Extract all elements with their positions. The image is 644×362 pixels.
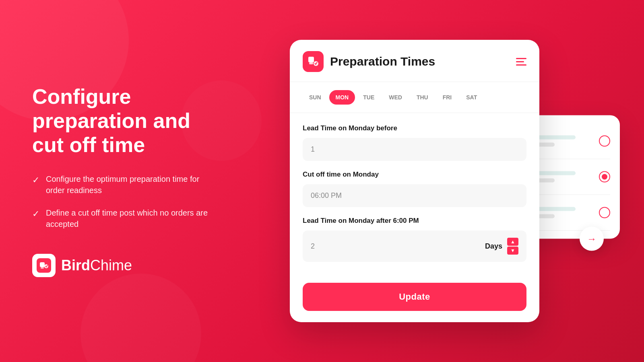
right-panel: Preparation Times SUN MON TUE WED THU FR… xyxy=(233,24,644,338)
card-title: Preparation Times xyxy=(330,55,435,68)
radio-2[interactable] xyxy=(599,171,610,183)
unit-container: Days ▲ ▼ xyxy=(485,238,518,255)
tab-wed[interactable]: WED xyxy=(382,90,409,105)
hamburger-line-3 xyxy=(516,64,526,66)
unit-label: Days xyxy=(485,242,502,251)
lead-time-before-value: 1 xyxy=(311,145,315,154)
tab-mon[interactable]: MON xyxy=(329,90,355,105)
tab-sat[interactable]: SAT xyxy=(460,90,483,105)
radio-1[interactable] xyxy=(599,136,610,147)
hamburger-line-1 xyxy=(516,58,526,59)
brand-name: BirdChime xyxy=(61,257,132,274)
update-button[interactable]: Update xyxy=(303,283,526,311)
brand-name-light: Chime xyxy=(90,257,132,274)
stepper[interactable]: ▲ ▼ xyxy=(507,238,518,255)
main-card: Preparation Times SUN MON TUE WED THU FR… xyxy=(290,40,539,322)
lead-time-after-input[interactable]: 2 Days ▲ ▼ xyxy=(303,230,526,262)
feature-item-2: ✓ Define a cut off time post which no or… xyxy=(32,207,209,230)
app-icon-svg xyxy=(307,55,320,68)
brand: BirdChime xyxy=(32,254,209,277)
cutoff-label: Cut off time on Monday xyxy=(303,171,526,179)
feature-item-1: ✓ Configure the optimum preparation time… xyxy=(32,173,209,196)
feature-text-1: Configure the optimum preparation time f… xyxy=(46,173,209,196)
lead-time-before-input[interactable]: 1 xyxy=(303,138,526,161)
cutoff-input[interactable]: 06:00 PM xyxy=(303,184,526,207)
stepper-up[interactable]: ▲ xyxy=(507,238,518,246)
brand-name-bold: Bird xyxy=(61,257,90,274)
brand-svg xyxy=(37,258,51,273)
svg-rect-1 xyxy=(40,262,45,267)
lead-time-after-label: Lead Time on Monday after 6:00 PM xyxy=(303,217,526,225)
lead-time-before-label: Lead Time on Monday before xyxy=(303,124,526,132)
card-header-left: Preparation Times xyxy=(303,51,435,72)
lead-time-after-value: 2 xyxy=(311,242,315,251)
hamburger-menu-icon[interactable] xyxy=(516,58,526,66)
tab-sun[interactable]: SUN xyxy=(303,90,328,105)
check-icon-1: ✓ xyxy=(32,174,39,187)
card-body: Lead Time on Monday before 1 Cut off tim… xyxy=(290,113,539,283)
tab-tue[interactable]: TUE xyxy=(357,90,381,105)
floating-card-arrow: → xyxy=(580,227,604,251)
hamburger-line-2 xyxy=(516,61,524,62)
brand-icon xyxy=(32,254,56,277)
radio-3[interactable] xyxy=(599,207,610,218)
app-icon xyxy=(303,51,324,72)
svg-rect-5 xyxy=(309,62,313,64)
tab-thu[interactable]: THU xyxy=(410,90,435,105)
day-tabs: SUN MON TUE WED THU FRI SAT xyxy=(290,82,539,113)
feature-text-2: Define a cut off time post which no orde… xyxy=(46,207,209,230)
stepper-down[interactable]: ▼ xyxy=(507,247,518,255)
cutoff-placeholder: 06:00 PM xyxy=(311,191,342,200)
tab-fri[interactable]: FRI xyxy=(436,90,458,105)
feature-list: ✓ Configure the optimum preparation time… xyxy=(32,173,209,230)
check-icon-2: ✓ xyxy=(32,208,39,220)
card-header: Preparation Times xyxy=(290,40,539,82)
svg-rect-2 xyxy=(41,267,44,269)
svg-rect-4 xyxy=(308,57,314,62)
